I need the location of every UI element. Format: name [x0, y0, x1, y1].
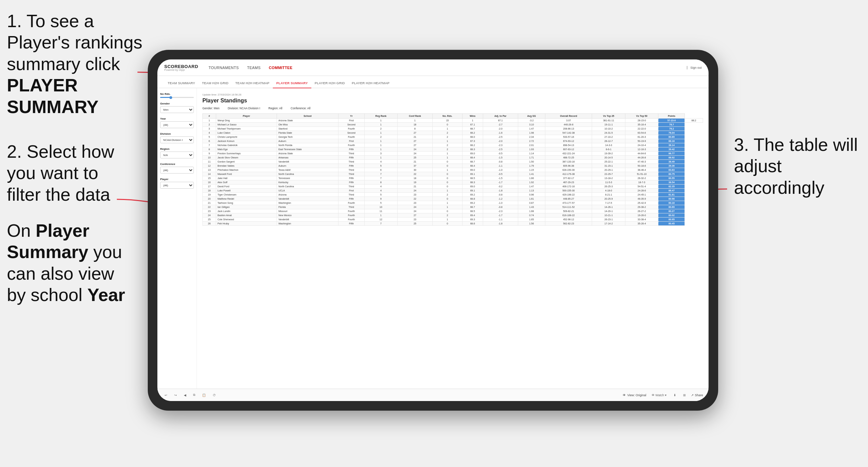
points-cell: 38.14: [658, 143, 685, 147]
sign-out-link[interactable]: Sign out: [690, 66, 702, 69]
undo-btn[interactable]: ↩: [163, 392, 169, 398]
toolbar-view: 👁 View: Original: [623, 393, 646, 397]
table-row: 9Preston SummerhaysArizona StateThird324…: [203, 152, 703, 156]
school-cell: Auburn: [277, 139, 338, 143]
points-cell: 38.54: [658, 180, 685, 185]
sub-nav-team-summary[interactable]: TEAM SUMMARY: [164, 81, 199, 88]
logo-sub: Powered by clippi: [164, 69, 198, 71]
division-select[interactable]: NCAA Division I: [160, 136, 194, 143]
points-cell: 83.83: [658, 168, 685, 172]
table-row: 22Ian GilliganFloridaThird1024168.7-0.81…: [203, 205, 703, 209]
pipe-separator: |: [687, 66, 688, 69]
player-name-cell: Matthew Riedel: [216, 197, 277, 201]
player-name-cell: Jack Lundin: [216, 209, 277, 213]
player-name-cell: Phichaksn Maichon: [216, 168, 277, 172]
nav-teams[interactable]: TEAMS: [247, 66, 260, 70]
school-cell: Arizona State: [277, 152, 338, 156]
table-body: 1Wenyi DingArizona StateFirst1115167.1-3…: [203, 119, 703, 226]
filter-region: Region: All: [268, 107, 282, 110]
table-row: 20Matthew RiedelVanderbiltFifth922068.8-…: [203, 197, 703, 201]
instruction-step1: 1. To see a Player's rankings summary cl…: [7, 10, 151, 118]
school-cell: Washington: [277, 201, 338, 205]
points-cell: 39.36: [658, 164, 685, 168]
table-header: Update time: 27/03/2024 16:56:26 Player …: [202, 93, 703, 110]
rds-slider-container: [160, 97, 194, 98]
copy-btn[interactable]: ⧉: [191, 392, 197, 398]
instruction-bottom: On Player Summary you can also view by s…: [7, 220, 137, 306]
table-row: 3Michael ThorbjornsenStanfordFourth28168…: [203, 127, 703, 131]
player-name-cell: Michael Thorbjornsen: [216, 127, 277, 131]
table-row: 13Phichaksn MaichonTexas A&MThird630169.…: [203, 168, 703, 172]
points-cell: 80.55: [658, 176, 685, 180]
share-btn[interactable]: ↗ Share: [691, 393, 703, 397]
table-row: 14Maxwell FordNorth CarolinaThird722069.…: [203, 172, 703, 176]
table-row: 2Michael Le SassoOle MissSecond118067.1-…: [203, 123, 703, 127]
school-cell: Florida State: [277, 131, 338, 135]
player-name-cell: Nicholas Gabrelcik: [216, 143, 277, 147]
step1-text: To see a Player's rankings summary click: [7, 11, 142, 74]
timer-btn[interactable]: ⏱: [211, 392, 218, 398]
school-cell: Vanderbilt: [277, 218, 338, 222]
sub-nav-player-summary[interactable]: PLAYER SUMMARY: [273, 81, 311, 88]
year-select[interactable]: (All): [160, 121, 194, 128]
sub-nav-team-h2h-grid[interactable]: TEAM H2H GRID: [199, 81, 232, 88]
table-row: 25Cole SherwoodVanderbiltFourth1223169.3…: [203, 218, 703, 222]
view-label[interactable]: View: Original: [627, 393, 646, 397]
sidebar-region: Region N/A: [160, 147, 194, 158]
back-btn[interactable]: ◀: [182, 392, 188, 398]
player-label: Player: [160, 178, 194, 181]
share-label: Share: [695, 393, 703, 397]
player-name-cell: Luke Claton: [216, 131, 277, 135]
col-points: Points: [658, 114, 685, 119]
paste-btn[interactable]: 📋: [200, 392, 208, 398]
player-name-cell: Preston Summerhays: [216, 152, 277, 156]
player-select[interactable]: (All): [160, 182, 194, 189]
watch-btn[interactable]: 👁 Watch ▾: [650, 392, 668, 398]
col-player: Player: [216, 114, 277, 119]
nav-tournaments[interactable]: TOURNAMENTS: [209, 66, 239, 70]
redo-btn[interactable]: ↪: [173, 392, 179, 398]
rds-slider-fill: [160, 97, 170, 98]
table-row: 19Tiger ChristensenArizonaThird523269.2-…: [203, 193, 703, 197]
sidebar: No Rds. Gender Men Year: [157, 88, 197, 389]
download-btn[interactable]: ⬇: [672, 392, 678, 398]
nav-committee[interactable]: COMMITTEE: [269, 66, 292, 70]
points-cell: 88.18: [658, 139, 685, 143]
main-content: No Rds. Gender Men Year: [157, 88, 709, 389]
player-name-cell: Ian Gilligan: [216, 205, 277, 209]
division-label: Division: [160, 132, 194, 135]
table-row: 4Luke ClatonFlorida StateSecond127268.2-…: [203, 131, 703, 135]
school-cell: Kentucky: [277, 180, 338, 185]
table-row: 6Jackson KoivunAuburnFirst127167.3-2.02.…: [203, 139, 703, 143]
sub-nav-player-h2h-grid[interactable]: PLAYER H2H GRID: [311, 81, 348, 88]
sub-nav-team-h2h-heatmap[interactable]: TEAM H2H HEATMAP: [232, 81, 273, 88]
grid-btn[interactable]: ⊞: [681, 392, 688, 398]
rds-slider-thumb[interactable]: [169, 96, 172, 99]
player-name-cell: Luke Powell: [216, 189, 277, 193]
player-name-cell: Bastien Amat: [216, 213, 277, 218]
no-rds-label: No Rds.: [160, 92, 194, 96]
points-cell: 78.2: [658, 127, 685, 131]
school-cell: Arizona: [277, 193, 338, 197]
table-row: 23Jack LundinMissouriFourth1124068.5-2.3…: [203, 209, 703, 213]
nav-links: TOURNAMENTS TEAMS COMMITTEE: [209, 66, 687, 70]
sidebar-player: Player (All): [160, 178, 194, 189]
points-cell: 80.98: [658, 197, 685, 201]
gender-select[interactable]: Men: [160, 106, 194, 113]
col-conf-rank: Conf Rank: [397, 114, 432, 119]
sub-nav-player-h2h-heatmap[interactable]: PLAYER H2H HEATMAP: [348, 81, 393, 88]
logo: SCOREBOARD Powered by clippi: [164, 64, 198, 71]
points-cell: 86.47: [658, 189, 685, 193]
step3-text: The table will adjust accordingly: [734, 135, 858, 198]
table-row: 8Mats EgeEast Tennessee StateFifth124268…: [203, 147, 703, 152]
share-icon: ↗: [691, 393, 694, 397]
conference-select[interactable]: (All): [160, 167, 194, 174]
points-cell: 76.04: [658, 131, 685, 135]
school-cell: Tennessee: [277, 176, 338, 180]
sidebar-year: Year (All): [160, 117, 194, 128]
filter-row: Gender: Men Division: NCAA Division I Re…: [202, 107, 703, 110]
school-cell: UCLA: [277, 189, 338, 193]
points-cell: 80.27: [658, 209, 685, 213]
col-overall: Overall Record: [545, 114, 592, 119]
region-select[interactable]: N/A: [160, 152, 194, 158]
